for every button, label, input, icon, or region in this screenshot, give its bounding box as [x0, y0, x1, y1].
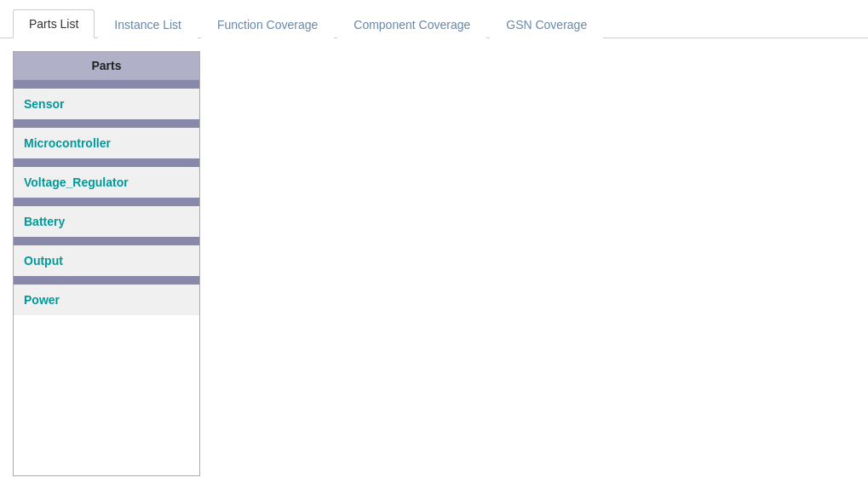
parts-table: Parts Sensor Microcontroller Voltage_Reg… — [13, 51, 200, 476]
parts-item-voltage-regulator[interactable]: Voltage_Regulator — [14, 167, 199, 198]
parts-item-microcontroller[interactable]: Microcontroller — [14, 128, 199, 158]
parts-row-power: Power — [14, 276, 199, 315]
tab-bar: Parts List Instance List Function Covera… — [0, 0, 868, 38]
parts-row-output: Output — [14, 237, 199, 276]
parts-item-battery[interactable]: Battery — [14, 206, 199, 237]
tab-instance-list[interactable]: Instance List — [98, 10, 198, 38]
parts-separator — [14, 119, 199, 128]
tab-component-coverage[interactable]: Component Coverage — [337, 10, 486, 38]
parts-separator — [14, 237, 199, 245]
parts-row-microcontroller: Microcontroller — [14, 119, 199, 158]
parts-separator — [14, 158, 199, 167]
parts-item-sensor[interactable]: Sensor — [14, 89, 199, 119]
parts-item-power[interactable]: Power — [14, 285, 199, 315]
tab-gsn-coverage[interactable]: GSN Coverage — [490, 10, 603, 38]
parts-row-sensor: Sensor — [14, 80, 199, 119]
parts-item-output[interactable]: Output — [14, 245, 199, 276]
tab-function-coverage[interactable]: Function Coverage — [201, 10, 334, 38]
parts-row-battery: Battery — [14, 198, 199, 237]
app-container: Parts List Instance List Function Covera… — [0, 0, 868, 489]
main-content: Parts Sensor Microcontroller Voltage_Reg… — [0, 38, 868, 489]
parts-separator — [14, 80, 199, 89]
parts-separator — [14, 198, 199, 206]
tab-parts-list[interactable]: Parts List — [13, 9, 95, 38]
parts-table-header: Parts — [14, 52, 199, 80]
parts-row-voltage-regulator: Voltage_Regulator — [14, 158, 199, 198]
parts-separator — [14, 276, 199, 285]
